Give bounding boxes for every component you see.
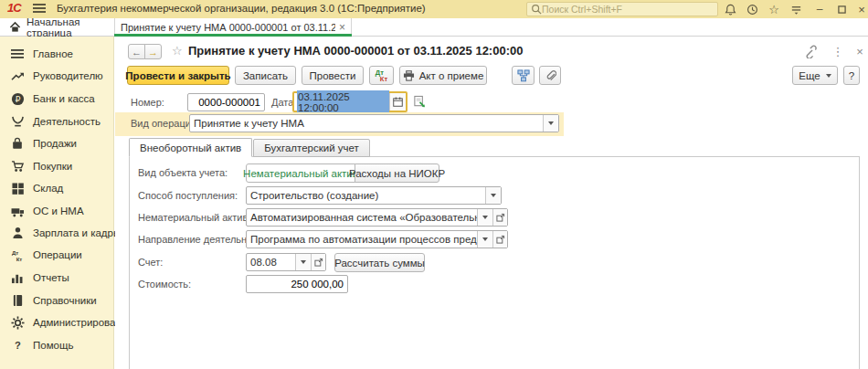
bar-chart-icon	[10, 270, 25, 285]
history-icon[interactable]	[744, 2, 760, 16]
tab-close-icon[interactable]: ×	[339, 21, 345, 34]
number-label: Номер:	[131, 97, 164, 108]
sidebar-item-administration[interactable]: Администрирование	[0, 312, 114, 332]
favorite-star-icon[interactable]: ☆	[172, 44, 183, 58]
sidebar-item-sales[interactable]: Продажи	[0, 133, 114, 153]
cost-input[interactable]	[246, 275, 348, 293]
calculate-sums-button[interactable]: Рассчитать суммы	[334, 253, 425, 272]
tab-accounting[interactable]: Бухгалтерский учет	[253, 139, 370, 157]
sections-sidebar: Главное Руководителю ₽ Банк и касса Деят…	[0, 37, 114, 369]
main-menu-icon[interactable]	[33, 4, 46, 14]
help-button[interactable]: ?	[843, 66, 860, 85]
related-documents-icon[interactable]	[413, 95, 427, 109]
dropdown-arrow-icon[interactable]	[295, 254, 311, 270]
activity-direction-row: Направление деятельности: Программа по а…	[130, 230, 859, 250]
home-page-tab[interactable]: Начальная страница	[0, 18, 113, 36]
search-input[interactable]	[542, 4, 714, 15]
document-title: Принятие к учету НМА 0000-000001 от 03.1…	[188, 44, 523, 58]
structure-of-subordination-button[interactable]	[512, 66, 535, 85]
sidebar-item-manager[interactable]: Руководителю	[0, 66, 114, 86]
cart-icon	[10, 159, 25, 174]
ruble-icon: ₽	[10, 91, 25, 106]
open-item-icon[interactable]	[311, 254, 325, 270]
help-icon: ?	[10, 338, 25, 353]
home-tab-label: Начальная страница	[26, 16, 113, 38]
post-button[interactable]: Провести	[302, 66, 364, 85]
sidebar-item-payroll-hr[interactable]: Зарплата и кадры	[0, 223, 114, 243]
object-kind-option-intangible[interactable]: Нематериальный актив	[246, 163, 355, 183]
tab-noncurrent-asset[interactable]: Внеоборотный актив	[129, 138, 252, 157]
more-button[interactable]: Еще	[792, 66, 838, 85]
sidebar-item-activity[interactable]: Деятельность	[0, 111, 114, 132]
calendar-icon[interactable]	[389, 93, 406, 111]
sidebar-item-purchases[interactable]: Покупки	[0, 156, 114, 176]
date-input[interactable]: 03.11.2025 12:00:00	[292, 91, 408, 112]
show-postings-button[interactable]: ДтКт	[369, 66, 394, 85]
trend-icon	[10, 69, 25, 83]
dropdown-arrow-icon[interactable]	[485, 187, 501, 204]
receipt-method-row: Способ поступления: Строительство (созда…	[130, 186, 859, 206]
write-button[interactable]: Записать	[235, 66, 296, 85]
dropdown-arrow-icon[interactable]	[543, 115, 558, 132]
activity-direction-value: Программа по автоматизации процессов пре…	[247, 231, 477, 248]
minimize-icon[interactable]: –	[811, 2, 828, 16]
noncurrent-asset-panel: Вид объекта учета: Нематериальный актив …	[129, 156, 860, 369]
date-value-selected: 03.11.2025 12:00:00	[297, 90, 389, 114]
operation-kind-select[interactable]: Принятие к учету НМА	[189, 114, 559, 132]
sidebar-item-operations[interactable]: ДтКт Операции	[0, 245, 114, 265]
person-icon	[10, 226, 25, 240]
get-link-icon[interactable]	[802, 44, 819, 58]
sidebar-item-directories[interactable]: Справочники	[0, 290, 114, 311]
sidebar-item-reports[interactable]: Отчеты	[0, 268, 114, 288]
intangible-asset-label: Нематериальный актив:	[138, 212, 250, 223]
account-select[interactable]: 08.08	[246, 253, 326, 271]
object-kind-option-rnd[interactable]: Расходы на НИОКР	[355, 163, 439, 183]
number-input[interactable]	[187, 93, 265, 111]
close-window-icon[interactable]: ×	[853, 2, 868, 16]
sidebar-item-main[interactable]: Главное	[0, 44, 114, 64]
receipt-method-select[interactable]: Строительство (создание)	[246, 186, 502, 205]
cost-row: Стоимость:	[130, 275, 859, 295]
svg-text:₽: ₽	[15, 93, 20, 103]
close-document-icon[interactable]: ×	[852, 44, 868, 58]
document-toolbar: Провести и закрыть Записать Провести ДтК…	[115, 66, 868, 86]
open-item-icon[interactable]	[492, 209, 507, 226]
activity-icon	[10, 114, 25, 129]
warehouse-icon	[10, 181, 25, 195]
open-item-icon[interactable]	[492, 231, 507, 248]
forward-button[interactable]: →	[144, 44, 162, 59]
notifications-bell-icon[interactable]	[722, 2, 738, 16]
global-search[interactable]	[526, 2, 718, 16]
cost-label: Стоимость:	[138, 279, 191, 290]
book-icon	[10, 293, 25, 308]
back-button[interactable]: ←	[128, 44, 145, 59]
svg-text:Дт: Дт	[11, 248, 17, 255]
sidebar-item-warehouse[interactable]: Склад	[0, 178, 114, 198]
machine-icon	[10, 204, 25, 218]
favorites-star-icon[interactable]: ☆	[766, 2, 782, 16]
account-row: Счет: 08.08 Рассчитать суммы	[130, 253, 859, 273]
more-actions-kebab-icon[interactable]: ⋮	[830, 44, 846, 58]
dropdown-arrow-icon[interactable]	[477, 231, 492, 248]
sidebar-item-bank-cash[interactable]: ₽ Банк и касса	[0, 89, 114, 109]
receipt-method-value: Строительство (создание)	[247, 187, 485, 204]
act-print-button[interactable]: Акт о приеме	[399, 66, 487, 85]
1c-logo: 1С	[7, 1, 21, 15]
svg-text:Кт: Кт	[16, 255, 22, 261]
object-kind-toggle: Нематериальный актив Расходы на НИОКР	[246, 163, 439, 183]
sidebar-item-help[interactable]: ? Помощь	[0, 335, 114, 355]
home-icon	[9, 21, 21, 33]
sales-bag-icon	[10, 136, 25, 151]
account-label: Счет:	[138, 257, 163, 268]
post-and-close-button[interactable]: Провести и закрыть	[127, 66, 229, 85]
intangible-asset-select[interactable]: Автоматизированная система «Образователь…	[246, 208, 508, 227]
document-tab-label: Принятие к учету НМА 0000-000001 от 03.1…	[121, 22, 335, 33]
maximize-icon[interactable]	[833, 2, 850, 16]
structure-icon	[517, 69, 530, 82]
attachments-button[interactable]	[539, 66, 561, 85]
service-settings-icon[interactable]	[788, 2, 804, 16]
sidebar-item-fixed-assets[interactable]: ОС и НМА	[0, 201, 114, 221]
operation-kind-row: Вид операции: Принятие к учету НМА	[115, 112, 564, 136]
dropdown-arrow-icon[interactable]	[477, 209, 492, 226]
activity-direction-select[interactable]: Программа по автоматизации процессов пре…	[246, 230, 508, 248]
